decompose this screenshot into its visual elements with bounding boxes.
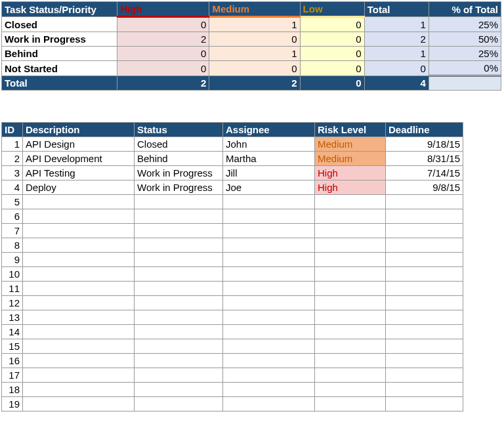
total-pct	[429, 76, 501, 91]
cell-status	[135, 282, 223, 296]
cell-deadline: 7/14/15	[386, 166, 463, 180]
cell-assignee	[223, 325, 315, 339]
cell-risk	[315, 397, 386, 411]
cell-status	[135, 383, 223, 397]
cell-status	[135, 195, 223, 209]
detail-row-empty: 8	[2, 238, 463, 253]
cell-status: Work in Progress	[135, 180, 223, 195]
cell-assignee: Joe	[223, 180, 315, 195]
cell-deadline	[386, 282, 463, 296]
detail-row-empty: 16	[2, 354, 463, 368]
col-risk: Risk Level	[315, 123, 386, 137]
cell-id: 6	[2, 209, 23, 224]
cell-id: 13	[2, 310, 23, 325]
cell-desc	[23, 354, 135, 368]
detail-row-empty: 14	[2, 325, 463, 339]
cell-assignee: Martha	[223, 152, 315, 166]
cell-low: 0	[300, 32, 364, 47]
cell-assignee	[223, 282, 315, 296]
cell-deadline	[386, 397, 463, 411]
summary-row: Closed010125%	[2, 17, 501, 32]
cell-high: 2	[117, 32, 209, 47]
cell-medium: 0	[209, 32, 300, 47]
col-medium: Medium	[209, 2, 300, 17]
detail-row-empty: 19	[2, 397, 463, 411]
detail-row: 2API DevelopmentBehindMarthaMedium8/31/1…	[2, 152, 463, 166]
cell-risk	[315, 209, 386, 224]
detail-row-empty: 12	[2, 296, 463, 310]
cell-id: 15	[2, 339, 23, 354]
cell-desc	[23, 325, 135, 339]
detail-row-empty: 5	[2, 195, 463, 209]
cell-pct: 25%	[429, 17, 501, 32]
col-status: Status	[135, 123, 223, 137]
cell-desc: API Development	[23, 152, 135, 166]
cell-risk	[315, 339, 386, 354]
cell-id: 3	[2, 166, 23, 180]
cell-assignee	[223, 397, 315, 411]
row-label: Not Started	[2, 61, 117, 76]
cell-assignee: Jill	[223, 166, 315, 180]
cell-risk	[315, 224, 386, 238]
cell-risk: Medium	[315, 152, 386, 166]
total-medium: 2	[209, 76, 300, 91]
detail-row-empty: 9	[2, 253, 463, 267]
cell-risk	[315, 368, 386, 383]
detail-header-row: ID Description Status Assignee Risk Leve…	[2, 123, 463, 137]
cell-deadline: 8/31/15	[386, 152, 463, 166]
cell-desc	[23, 282, 135, 296]
cell-status	[135, 296, 223, 310]
cell-medium: 0	[209, 61, 300, 76]
cell-assignee	[223, 310, 315, 325]
cell-high: 0	[117, 61, 209, 76]
total-high: 2	[117, 76, 209, 91]
cell-deadline	[386, 267, 463, 282]
cell-low: 0	[300, 61, 364, 76]
cell-id: 7	[2, 224, 23, 238]
cell-status	[135, 354, 223, 368]
cell-risk	[315, 383, 386, 397]
cell-assignee	[223, 354, 315, 368]
cell-desc	[23, 267, 135, 282]
cell-deadline	[386, 209, 463, 224]
cell-deadline: 9/8/15	[386, 180, 463, 195]
cell-id: 17	[2, 368, 23, 383]
cell-id: 14	[2, 325, 23, 339]
col-id: ID	[2, 123, 23, 137]
detail-row-empty: 10	[2, 267, 463, 282]
cell-pct: 25%	[429, 47, 501, 61]
cell-status	[135, 253, 223, 267]
cell-id: 11	[2, 282, 23, 296]
cell-status: Behind	[135, 152, 223, 166]
cell-pct: 50%	[429, 32, 501, 47]
total-label: Total	[2, 76, 117, 91]
col-pct: % of Total	[429, 2, 501, 17]
cell-status	[135, 339, 223, 354]
cell-desc	[23, 339, 135, 354]
cell-low: 0	[300, 17, 364, 32]
row-label: Work in Progress	[2, 32, 117, 47]
cell-assignee	[223, 238, 315, 253]
detail-row: 3API TestingWork in ProgressJillHigh7/14…	[2, 166, 463, 180]
cell-desc	[23, 368, 135, 383]
cell-assignee	[223, 224, 315, 238]
cell-id: 12	[2, 296, 23, 310]
cell-id: 5	[2, 195, 23, 209]
col-low: Low	[300, 2, 364, 17]
cell-risk	[315, 267, 386, 282]
cell-id: 16	[2, 354, 23, 368]
cell-assignee	[223, 195, 315, 209]
cell-desc	[23, 238, 135, 253]
cell-deadline	[386, 310, 463, 325]
col-high: High	[117, 2, 209, 17]
cell-deadline: 9/18/15	[386, 137, 463, 152]
cell-risk	[315, 296, 386, 310]
cell-medium: 1	[209, 17, 300, 32]
cell-id: 4	[2, 180, 23, 195]
cell-risk	[315, 282, 386, 296]
detail-row-empty: 11	[2, 282, 463, 296]
cell-deadline	[386, 296, 463, 310]
cell-high: 0	[117, 47, 209, 61]
cell-desc: API Testing	[23, 166, 135, 180]
cell-status	[135, 209, 223, 224]
